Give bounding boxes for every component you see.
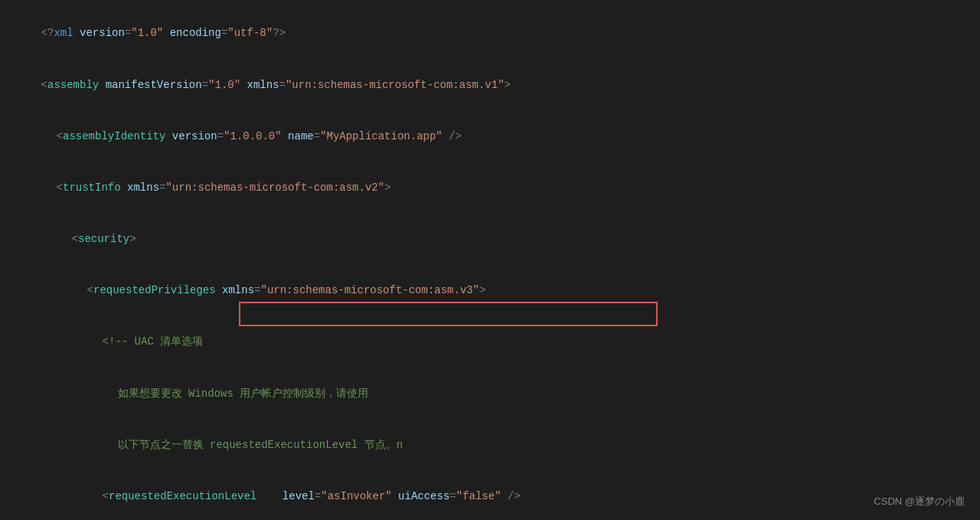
line-2: <assembly manifestVersion="1.0" xmlns="u… — [15, 59, 965, 110]
line-3: <assemblyIdentity version="1.0.0.0" name… — [31, 110, 965, 162]
line-8: 如果想要更改 Windows 用户帐户控制级别，请使用 — [92, 368, 965, 419]
line-9: 以下节点之一替换 requestedExecutionLevel 节点。n — [92, 419, 965, 470]
line-10: <requestedExecutionLevel level="asInvoke… — [77, 471, 965, 520]
line-6: <requestedPrivileges xmlns="urn:schemas-… — [61, 265, 965, 316]
line-4: <trustInfo xmlns="urn:schemas-microsoft-… — [31, 162, 965, 214]
watermark: CSDN @逐梦の小鹿 — [874, 495, 965, 509]
line-5: <security> — [46, 214, 965, 265]
line-7: <!-- UAC 清单选项 — [77, 316, 965, 368]
code-editor: <?xml version="1.0" encoding="utf-8"?> <… — [0, 0, 980, 520]
line-1: <?xml version="1.0" encoding="utf-8"?> — [15, 8, 965, 59]
